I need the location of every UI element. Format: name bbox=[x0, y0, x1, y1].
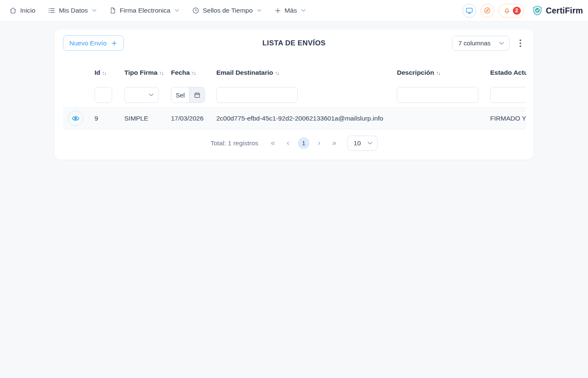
shield-check-icon bbox=[532, 5, 543, 16]
fecha-filter: Sel bbox=[171, 87, 205, 103]
chevron-down-icon bbox=[92, 9, 97, 12]
nav-item-sellos-de-tiempo[interactable]: Sellos de Tiempo bbox=[192, 7, 262, 14]
nav-menu: Inicio Mis Datos Firma Electronica Sello… bbox=[9, 7, 306, 14]
filter-cell-tipo bbox=[120, 83, 167, 108]
cell-tipo-firma: SIMPLE bbox=[120, 108, 167, 129]
nav-item-label: Mis Datos bbox=[59, 7, 88, 14]
fecha-filter-button[interactable]: Sel bbox=[171, 87, 189, 102]
sort-icon[interactable]: ↑↓ bbox=[275, 70, 279, 76]
brand-logo[interactable]: CertiFirm bbox=[532, 5, 583, 16]
email-filter-input[interactable] bbox=[216, 87, 298, 103]
nav-item-label: Firma Electronica bbox=[120, 7, 171, 14]
filter-cell-descripcion bbox=[393, 83, 486, 108]
envios-table: Id↑↓ Tipo Firma↑↓ Fecha↑↓ Email Destinat… bbox=[63, 63, 526, 129]
id-filter-input[interactable] bbox=[94, 87, 112, 103]
cell-estado: FIRMADO Y C bbox=[486, 108, 526, 129]
envios-card: Nuevo Envío LISTA DE ENVÍOS 7 columnas I… bbox=[55, 29, 533, 160]
card-header-actions: 7 columnas bbox=[452, 36, 525, 51]
chevron-down-icon bbox=[301, 9, 306, 12]
first-page-button[interactable]: « bbox=[268, 139, 278, 147]
columns-select-value: 7 columnas bbox=[458, 39, 491, 47]
column-header-estado: Estado Actual↑↓ bbox=[486, 63, 526, 83]
column-header-fecha: Fecha↑↓ bbox=[167, 63, 212, 83]
nav-item-label: Más bbox=[285, 7, 297, 14]
calendar-icon bbox=[194, 92, 201, 99]
chevron-down-icon bbox=[368, 142, 373, 145]
total-records-label: Total: 1 registros bbox=[210, 139, 258, 147]
chevron-down-icon bbox=[257, 9, 262, 12]
sort-icon[interactable]: ↑↓ bbox=[102, 70, 106, 76]
notifications-button[interactable]: 2 bbox=[499, 4, 524, 18]
top-navbar: Inicio Mis Datos Firma Electronica Sello… bbox=[0, 0, 588, 21]
column-header-label: Tipo Firma bbox=[124, 69, 158, 76]
sort-icon[interactable]: ↑↓ bbox=[436, 70, 440, 76]
page-size-select[interactable]: 10 bbox=[347, 136, 378, 151]
compass-button[interactable] bbox=[480, 4, 494, 18]
filter-cell-id bbox=[90, 83, 120, 108]
sort-icon[interactable]: ↑↓ bbox=[192, 70, 196, 76]
cell-descripcion bbox=[393, 108, 486, 129]
filter-cell-estado bbox=[486, 83, 526, 108]
columns-select[interactable]: 7 columnas bbox=[452, 36, 509, 51]
compass-icon bbox=[483, 7, 491, 14]
estado-filter-input[interactable] bbox=[490, 87, 526, 103]
nav-item-firma-electronica[interactable]: Firma Electronica bbox=[109, 7, 179, 14]
clock-icon bbox=[192, 7, 200, 14]
list-icon bbox=[48, 7, 55, 14]
column-header-label: Fecha bbox=[171, 69, 190, 76]
chevron-down-icon bbox=[175, 9, 179, 12]
next-page-button[interactable]: › bbox=[314, 139, 325, 147]
plus-icon bbox=[274, 7, 281, 14]
column-header-email: Email Destinatario↑↓ bbox=[212, 63, 393, 83]
sort-icon[interactable]: ↑↓ bbox=[159, 70, 163, 76]
nav-item-label: Inicio bbox=[20, 7, 35, 14]
column-header-label: Descripción bbox=[397, 69, 434, 76]
card-header: Nuevo Envío LISTA DE ENVÍOS 7 columnas bbox=[55, 35, 533, 51]
page-number-current[interactable]: 1 bbox=[298, 137, 310, 149]
tipo-firma-filter-select[interactable] bbox=[124, 87, 159, 103]
column-header-descripcion: Descripción↑↓ bbox=[393, 63, 486, 83]
last-page-button[interactable]: » bbox=[329, 139, 340, 147]
column-header-label: Email Destinatario bbox=[216, 69, 273, 76]
nav-item-mis-datos[interactable]: Mis Datos bbox=[48, 7, 97, 14]
table-filter-row: Sel bbox=[63, 83, 526, 108]
notification-badge: 2 bbox=[513, 7, 521, 15]
document-icon bbox=[109, 7, 116, 14]
column-header-tipo-firma: Tipo Firma↑↓ bbox=[120, 63, 167, 83]
column-header-label: Id bbox=[94, 69, 100, 76]
column-header-label: Estado Actual bbox=[490, 69, 526, 76]
brand-name: CertiFirm bbox=[546, 6, 583, 16]
chevron-down-icon bbox=[499, 42, 504, 45]
row-actions-cell bbox=[63, 108, 90, 129]
bell-icon bbox=[503, 7, 511, 14]
view-button[interactable] bbox=[68, 111, 83, 126]
page-size-value: 10 bbox=[354, 139, 361, 147]
nuevo-envio-button[interactable]: Nuevo Envío bbox=[63, 35, 124, 51]
plus-icon bbox=[111, 40, 118, 47]
monitor-button[interactable] bbox=[462, 4, 476, 18]
pagination: Total: 1 registros « ‹ 1 › » 10 bbox=[55, 129, 533, 160]
chevron-down-icon bbox=[149, 93, 154, 97]
home-icon bbox=[9, 7, 17, 14]
nav-item-inicio[interactable]: Inicio bbox=[9, 7, 35, 14]
more-options-button[interactable] bbox=[516, 38, 525, 49]
filter-cell-email bbox=[212, 83, 393, 108]
nav-item-mas[interactable]: Más bbox=[274, 7, 306, 14]
envios-table-wrap: Id↑↓ Tipo Firma↑↓ Fecha↑↓ Email Destinat… bbox=[63, 63, 526, 129]
cell-id: 9 bbox=[90, 108, 120, 129]
table-header-row: Id↑↓ Tipo Firma↑↓ Fecha↑↓ Email Destinat… bbox=[63, 63, 526, 83]
table-row[interactable]: 9 SIMPLE 17/03/2026 2c00d775-efbd-45c1-9… bbox=[63, 108, 526, 129]
prev-page-button[interactable]: ‹ bbox=[283, 139, 294, 147]
monitor-icon bbox=[465, 7, 473, 15]
eye-icon bbox=[71, 114, 80, 123]
nav-actions: 2 CertiFirm bbox=[462, 4, 583, 18]
column-header-id: Id↑↓ bbox=[90, 63, 120, 83]
nav-item-label: Sellos de Tiempo bbox=[203, 7, 253, 14]
cell-fecha: 17/03/2026 bbox=[167, 108, 212, 129]
filter-cell-empty bbox=[63, 83, 90, 108]
actions-column-header bbox=[63, 63, 90, 83]
descripcion-filter-input[interactable] bbox=[397, 87, 478, 103]
cell-email: 2c00d775-efbd-45c1-92d2-20062133601a@mai… bbox=[212, 108, 393, 129]
nuevo-envio-label: Nuevo Envío bbox=[69, 39, 107, 47]
calendar-button[interactable] bbox=[189, 87, 205, 102]
